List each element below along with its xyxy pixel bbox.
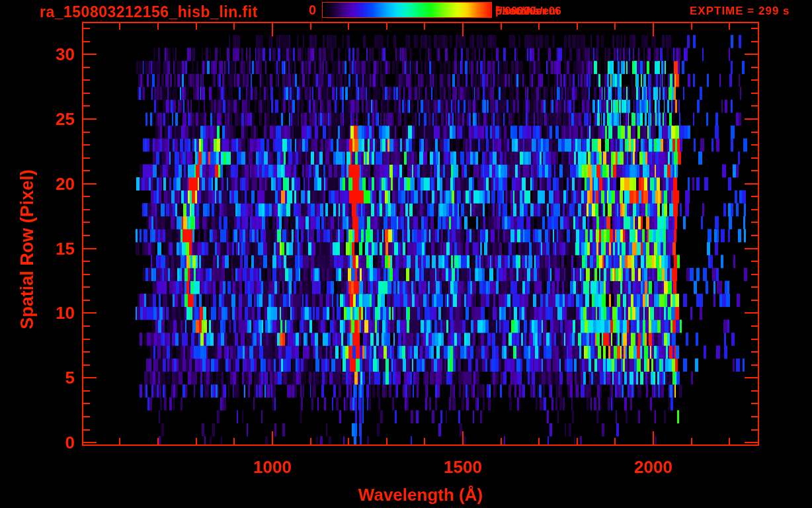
y-tick-label: 25 [0,109,75,130]
colorbar [322,2,492,18]
fits-filename-title: ra_150803212156_hisb_lin.fit [40,3,258,21]
y-tick-label: 0 [0,433,75,453]
colorbar-units-suffix: /sec/A/sr [499,5,546,18]
y-tick-label: 5 [0,368,75,388]
x-tick-label: 2000 [634,457,672,478]
colorbar-min-label: 0 [283,3,316,18]
x-tick-label: 1000 [253,457,292,478]
y-axis-title: Spatial Row (Pixel) [17,169,38,329]
y-tick-label: 15 [0,239,75,259]
colorbar-gradient [323,3,491,17]
colorbar-max-label: 5.00000e+06 photons/cm2/sec/A/sr [495,5,499,19]
x-tick-label: 1500 [444,457,482,478]
x-axis-title: Wavelength (Å) [288,485,553,505]
exptime-label: EXPTIME = 299 s [690,5,790,18]
y-tick-label: 10 [0,303,75,323]
y-tick-label: 20 [0,174,75,194]
y-tick-label: 30 [0,44,75,65]
spectrogram-heatmap-canvas [0,0,812,508]
spectrogram-quicklook-window: ra_150803212156_hisb_lin.fit 0 5.00000e+… [0,0,812,508]
